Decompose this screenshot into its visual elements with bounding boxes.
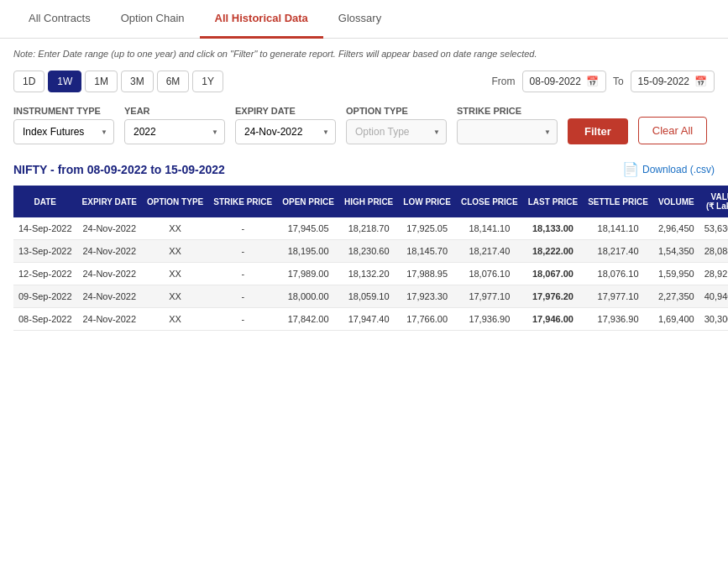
table-cell: 17,989.00: [277, 263, 339, 285]
data-table: DATE EXPIRY DATE OPTION TYPE STRIKE PRIC…: [13, 186, 728, 331]
clear-all-button[interactable]: Clear All: [638, 117, 707, 144]
strike-price-select[interactable]: [457, 119, 558, 144]
table-cell: 17,976.20: [523, 285, 583, 308]
tab-glossary[interactable]: Glossary: [323, 0, 396, 39]
period-3m[interactable]: 3M: [121, 71, 154, 92]
to-date-input[interactable]: 15-09-2022 📅: [631, 71, 715, 92]
table-cell: 18,222.00: [523, 240, 583, 263]
option-type-label: Option Type: [346, 106, 447, 116]
main-content: Note: Enter Date range (up to one year) …: [0, 39, 728, 341]
col-open-price: OPEN PRICE: [277, 186, 339, 217]
col-volume: VOLUME: [653, 186, 699, 217]
table-cell: 08-Sep-2022: [13, 308, 77, 331]
table-cell: 1,69,400: [653, 308, 699, 331]
table-cell: 17,925.05: [398, 217, 456, 240]
table-row: 14-Sep-202224-Nov-2022XX-17,945.0518,218…: [13, 217, 728, 240]
table-cell: -: [208, 285, 277, 308]
expiry-date-group: Expiry Date 24-Nov-2022: [235, 106, 336, 144]
table-row: 08-Sep-202224-Nov-2022XX-17,842.0017,947…: [13, 308, 728, 331]
from-date-value: 08-09-2022: [530, 76, 581, 87]
download-csv-link[interactable]: 📄 Download (.csv): [622, 161, 715, 177]
table-row: 09-Sep-202224-Nov-2022XX-18,000.0018,059…: [13, 285, 728, 308]
table-cell: XX: [142, 217, 208, 240]
table-cell: 17,923.30: [398, 285, 456, 308]
table-cell: 17,977.10: [456, 285, 523, 308]
table-cell: 17,988.95: [398, 263, 456, 285]
option-type-group: Option Type Option Type: [346, 106, 447, 144]
expiry-date-select[interactable]: 24-Nov-2022: [235, 119, 336, 144]
filters-row: Instrument Type Index Futures Year 2022 …: [13, 106, 715, 144]
period-1w[interactable]: 1W: [48, 71, 81, 92]
instrument-type-select[interactable]: Index Futures: [13, 119, 114, 144]
col-value: VALUE(₹ Lakhs): [699, 186, 728, 217]
option-type-select[interactable]: Option Type: [346, 119, 447, 144]
table-cell: XX: [142, 263, 208, 285]
tabs-container: All Contracts Option Chain All Historica…: [0, 0, 728, 39]
period-1m[interactable]: 1M: [85, 71, 118, 92]
period-1d[interactable]: 1D: [13, 71, 45, 92]
table-cell: 17,945.05: [277, 217, 339, 240]
table-cell: 18,141.10: [456, 217, 523, 240]
results-title: NIFTY - from 08-09-2022 to 15-09-2022: [13, 163, 225, 176]
table-cell: -: [208, 308, 277, 331]
note-text: Note: Enter Date range (up to one year) …: [13, 49, 715, 59]
table-cell: 28,921.59: [699, 263, 728, 285]
period-1y[interactable]: 1Y: [192, 71, 223, 92]
period-6m[interactable]: 6M: [157, 71, 190, 92]
tab-option-chain[interactable]: Option Chain: [106, 0, 200, 39]
table-cell: 18,067.00: [523, 263, 583, 285]
table-cell: 24-Nov-2022: [77, 308, 142, 331]
col-date: DATE: [13, 186, 77, 217]
table-cell: 17,946.00: [523, 308, 583, 331]
table-cell: 18,076.10: [583, 263, 653, 285]
period-buttons: 1D 1W 1M 3M 6M 1Y: [13, 71, 223, 92]
download-label: Download (.csv): [642, 164, 715, 175]
strike-price-select-wrap: [457, 119, 558, 144]
table-cell: 18,133.00: [523, 217, 583, 240]
col-close-price: CLOSE PRICE: [456, 186, 523, 217]
table-cell: 53,630.26: [699, 217, 728, 240]
table-cell: 24-Nov-2022: [77, 263, 142, 285]
expiry-date-label: Expiry Date: [235, 106, 336, 116]
table-body: 14-Sep-202224-Nov-2022XX-17,945.0518,218…: [13, 217, 728, 331]
tab-all-historical-data[interactable]: All Historical Data: [200, 0, 323, 39]
table-header-row: DATE EXPIRY DATE OPTION TYPE STRIKE PRIC…: [13, 186, 728, 217]
option-type-select-wrap: Option Type: [346, 119, 447, 144]
table-cell: 24-Nov-2022: [77, 285, 142, 308]
from-calendar-icon[interactable]: 📅: [586, 76, 599, 87]
table-cell: 2,27,350: [653, 285, 699, 308]
table-cell: 17,977.10: [583, 285, 653, 308]
instrument-type-select-wrap: Index Futures: [13, 119, 114, 144]
table-cell: -: [208, 240, 277, 263]
filter-button[interactable]: Filter: [568, 118, 628, 144]
year-select-wrap: 2022: [124, 119, 225, 144]
table-cell: 12-Sep-2022: [13, 263, 77, 285]
table-cell: 24-Nov-2022: [77, 217, 142, 240]
expiry-date-select-wrap: 24-Nov-2022: [235, 119, 336, 144]
year-select[interactable]: 2022: [124, 119, 225, 144]
table-cell: 24-Nov-2022: [77, 240, 142, 263]
table-cell: 18,217.40: [456, 240, 523, 263]
table-cell: 18,217.40: [583, 240, 653, 263]
table-cell: 17,947.40: [339, 308, 398, 331]
tab-bar: All Contracts Option Chain All Historica…: [0, 0, 728, 39]
table-cell: 17,842.00: [277, 308, 339, 331]
table-cell: 17,936.90: [583, 308, 653, 331]
from-date-input[interactable]: 08-09-2022 📅: [522, 71, 606, 92]
to-calendar-icon[interactable]: 📅: [694, 76, 707, 87]
tab-all-contracts[interactable]: All Contracts: [13, 0, 106, 39]
year-label: Year: [124, 106, 225, 116]
instrument-type-group: Instrument Type Index Futures: [13, 106, 114, 144]
table-cell: 09-Sep-2022: [13, 285, 77, 308]
year-group: Year 2022: [124, 106, 225, 144]
table-cell: XX: [142, 308, 208, 331]
strike-price-group: Strike Price: [457, 106, 558, 144]
table-cell: 2,96,450: [653, 217, 699, 240]
col-high-price: HIGH PRICE: [339, 186, 398, 217]
table-cell: 18,132.20: [339, 263, 398, 285]
table-cell: -: [208, 263, 277, 285]
table-cell: -: [208, 217, 277, 240]
table-cell: 28,088.40: [699, 240, 728, 263]
from-label: From: [492, 76, 516, 87]
col-option-type: OPTION TYPE: [142, 186, 208, 217]
